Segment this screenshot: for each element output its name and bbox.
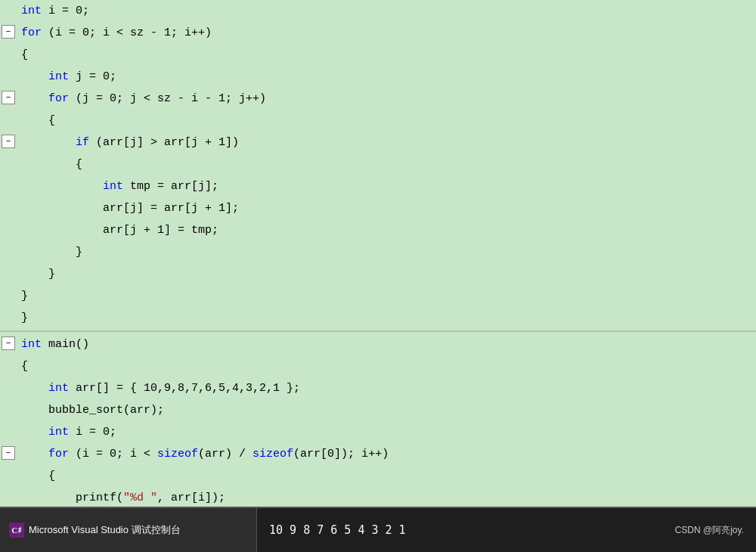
console-header: C♯ Microsoft Visual Studio 调试控制台 — [0, 508, 257, 552]
code-line: { — [0, 44, 756, 66]
line-text: } — [0, 286, 28, 306]
code-line: int i = 0; — [0, 421, 756, 443]
line-text: int j = 0; — [0, 67, 116, 87]
line-text: { — [0, 356, 28, 377]
line-text: } — [0, 242, 82, 262]
code-line: − for (j = 0; j < sz - i - 1; j++) — [0, 88, 756, 110]
code-line: − for (i = 0; i < sizeof(arr) / sizeof(a… — [0, 443, 756, 465]
line-text: arr[j + 1] = tmp; — [0, 220, 218, 240]
code-line: int tmp = arr[j]; — [0, 175, 756, 197]
line-text: for (i = 0; i < sz - 1; i++) — [0, 23, 212, 43]
code-line: { — [0, 355, 756, 377]
line-text: } — [0, 308, 28, 328]
code-line: } — [0, 307, 756, 329]
collapse-button[interactable]: − — [2, 135, 15, 148]
csdn-credit: CSDN @阿亮joy. — [663, 508, 756, 552]
line-text: if (arr[j] > arr[j + 1]) — [0, 132, 239, 153]
line-text: arr[j] = arr[j + 1]; — [0, 198, 239, 219]
code-line: { — [0, 110, 756, 132]
code-line: bubble_sort(arr); — [0, 399, 756, 421]
code-line: −int main() — [0, 333, 756, 355]
line-text: int arr[] = { 10,9,8,7,6,5,4,3,2,1 }; — [0, 378, 300, 398]
vs-icon: C♯ — [9, 523, 24, 538]
line-text: } — [0, 264, 55, 284]
code-line: { — [0, 465, 756, 487]
line-text: int i = 0; — [0, 422, 116, 442]
code-editor: int i = 0;−for (i = 0; i < sz - 1; i++){… — [0, 0, 756, 507]
collapse-button[interactable]: − — [2, 446, 15, 460]
code-line: arr[j] = arr[j + 1]; — [0, 197, 756, 219]
code-line: } — [0, 285, 756, 307]
code-line: } — [0, 241, 756, 263]
code-line: } — [0, 263, 756, 285]
console-output: 10 9 8 7 6 5 4 3 2 1 — [257, 508, 663, 552]
collapse-button[interactable]: − — [2, 336, 15, 350]
code-line: int arr[] = { 10,9,8,7,6,5,4,3,2,1 }; — [0, 377, 756, 399]
collapse-button[interactable]: − — [2, 25, 15, 39]
line-text: { — [0, 110, 55, 131]
line-text: int tmp = arr[j]; — [0, 176, 218, 197]
line-text: bubble_sort(arr); — [0, 400, 164, 420]
line-text: for (j = 0; j < sz - i - 1; j++) — [0, 88, 266, 109]
line-text: for (i = 0; i < sizeof(arr) / sizeof(arr… — [0, 444, 389, 464]
console-bar: C♯ Microsoft Visual Studio 调试控制台 10 9 8 … — [0, 507, 756, 552]
code-line: − if (arr[j] > arr[j + 1]) — [0, 132, 756, 154]
line-text: { — [0, 466, 55, 486]
credit-text: CSDN @阿亮joy. — [675, 524, 744, 537]
console-title: Microsoft Visual Studio 调试控制台 — [29, 523, 181, 537]
code-line: { — [0, 154, 756, 175]
line-text: { — [0, 154, 82, 175]
code-line: printf("%d ", arr[i]); — [0, 487, 756, 507]
line-text: { — [0, 45, 28, 65]
line-text: printf("%d ", arr[i]); — [0, 488, 225, 507]
console-output-text: 10 9 8 7 6 5 4 3 2 1 — [269, 523, 406, 537]
line-text: int i = 0; — [0, 1, 89, 21]
code-line: int j = 0; — [0, 66, 756, 88]
code-line: −for (i = 0; i < sz - 1; i++) — [0, 22, 756, 44]
code-line: arr[j + 1] = tmp; — [0, 219, 756, 241]
code-line: int i = 0; — [0, 0, 756, 22]
collapse-button[interactable]: − — [2, 91, 15, 104]
